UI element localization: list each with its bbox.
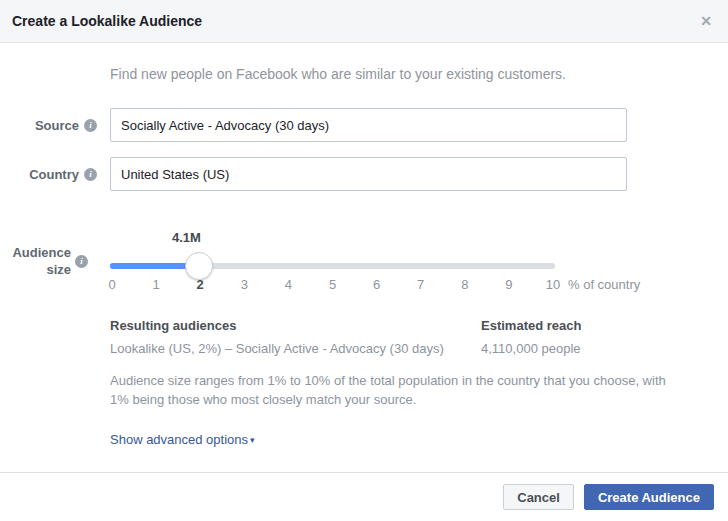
audience-size-label: Audience size [12, 244, 71, 278]
slider-tick-label: 1 [141, 277, 171, 292]
country-input[interactable] [110, 157, 627, 191]
audience-size-info-icon[interactable]: i [75, 255, 88, 268]
audience-size-note: Audience size ranges from 1% to 10% of t… [110, 371, 670, 409]
slider-tick-label: 7 [406, 277, 436, 292]
slider-unit-label: % of country [568, 277, 640, 292]
caret-down-icon: ▾ [250, 435, 255, 445]
country-info-icon[interactable]: i [84, 168, 97, 181]
estimated-reach-header: Estimated reach [481, 318, 581, 333]
slider-tick-label: 0 [97, 277, 127, 292]
resulting-audience-value: Lookalike (US, 2%) – Socially Active - A… [110, 341, 444, 356]
audience-size-slider-handle[interactable] [185, 252, 213, 280]
create-lookalike-audience-dialog: Create a Lookalike Audience ✕ Find new p… [0, 0, 728, 521]
source-input[interactable] [110, 108, 627, 142]
slider-value-label: 4.1M [172, 230, 201, 245]
source-label: Source [35, 118, 79, 133]
estimated-reach-value: 4,110,000 people [481, 341, 581, 356]
source-label-block: Source i [0, 108, 97, 142]
slider-tick-label: 3 [229, 277, 259, 292]
close-icon[interactable]: ✕ [694, 0, 718, 42]
country-label: Country [29, 167, 79, 182]
dialog-title: Create a Lookalike Audience [12, 13, 202, 29]
source-info-icon[interactable]: i [84, 119, 97, 132]
slider-tick-label: 10 [538, 277, 568, 292]
intro-text: Find new people on Facebook who are simi… [110, 66, 566, 82]
dialog-footer: Cancel Create Audience [0, 472, 728, 521]
slider-tick-label: 9 [494, 277, 524, 292]
country-label-block: Country i [0, 157, 97, 191]
slider-tick-label: 6 [362, 277, 392, 292]
slider-tick-label: 5 [318, 277, 348, 292]
resulting-audiences-header: Resulting audiences [110, 318, 236, 333]
dialog-header: Create a Lookalike Audience [0, 0, 728, 43]
slider-tick-label: 2 [185, 277, 215, 292]
create-audience-button[interactable]: Create Audience [584, 484, 714, 510]
slider-tick-label: 8 [450, 277, 480, 292]
show-advanced-options-link[interactable]: Show advanced options▾ [110, 432, 255, 447]
audience-size-label-block: Audience size i [0, 244, 88, 278]
cancel-button[interactable]: Cancel [503, 484, 574, 510]
slider-tick-label: 4 [273, 277, 303, 292]
audience-size-slider-track[interactable] [110, 263, 555, 269]
